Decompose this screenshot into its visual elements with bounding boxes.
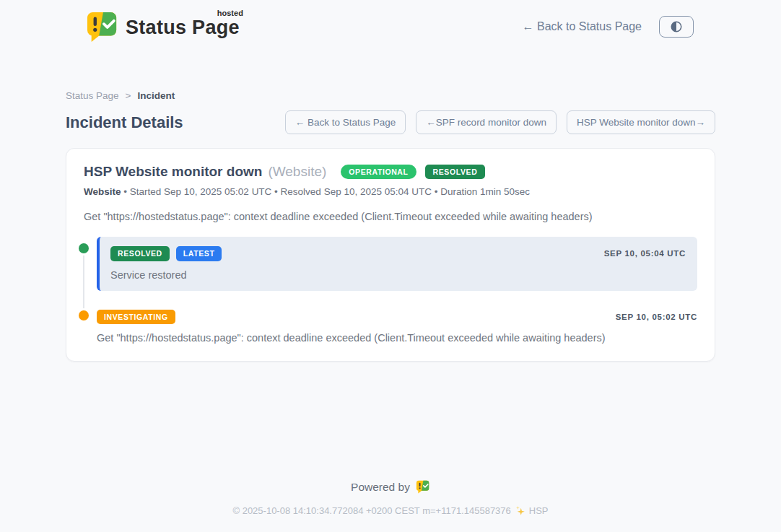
timeline-dot-investigating [79, 310, 89, 320]
incident-card: HSP Website monitor down (Website) OPERA… [66, 148, 715, 362]
timeline-entry-box: RESOLVED LATEST SEP 10, 05:04 UTC Servic… [97, 237, 697, 291]
timeline-entry-head: RESOLVED LATEST SEP 10, 05:04 UTC [110, 246, 686, 261]
incident-component: (Website) [268, 164, 326, 180]
logo-text: Status Page [126, 17, 240, 38]
powered-by-text: Powered by [351, 481, 410, 494]
timeline-message: Get "https://hostedstatus.page": context… [97, 332, 697, 344]
title-row: Incident Details ← Back to Status Page ←… [66, 110, 715, 134]
theme-toggle-button[interactable] [659, 16, 694, 38]
incident-description: Get "https://hostedstatus.page": context… [84, 211, 697, 222]
header-actions: ← Back to Status Page [523, 16, 694, 38]
brand-text: HSP [529, 505, 549, 516]
breadcrumb-separator: > [126, 90, 131, 101]
back-to-status-page-button[interactable]: ← Back to Status Page [285, 110, 406, 134]
status-page-logo-icon [86, 11, 119, 43]
copyright-text: © 2025-10-08 14:10:34.772084 +0200 CEST … [232, 505, 510, 516]
main-content: Status Page > Incident Incident Details … [66, 43, 715, 362]
incident-meta-details: • Started Sep 10, 2025 05:02 UTC • Resol… [121, 186, 531, 197]
resolved-badge: RESOLVED [110, 246, 170, 261]
breadcrumb-status-page[interactable]: Status Page [66, 90, 119, 101]
incident-nav-buttons: ← Back to Status Page ←SPF record monito… [285, 110, 715, 134]
next-incident-button[interactable]: HSP Website monitor down→ [567, 110, 715, 134]
timeline-entry-head: INVESTIGATING SEP 10, 05:02 UTC [97, 310, 697, 325]
breadcrumb-incident: Incident [137, 90, 175, 101]
site-footer: Powered by © 2025-10-08 14:10:34.772084 … [0, 480, 781, 532]
site-header: Status Page hosted ← Back to Status Page [0, 0, 781, 43]
incident-title: HSP Website monitor down (Website) [84, 164, 326, 180]
logo-superscript: hosted [217, 9, 243, 17]
logo[interactable]: Status Page hosted [86, 11, 240, 43]
latest-badge: LATEST [176, 246, 222, 261]
timeline-timestamp: SEP 10, 05:04 UTC [604, 249, 686, 258]
timeline-message: Service restored [110, 269, 686, 281]
logo-wordmark: Status Page hosted [126, 17, 240, 39]
operational-status-badge: OPERATIONAL [341, 165, 416, 180]
back-to-status-page-link[interactable]: ← Back to Status Page [523, 20, 642, 33]
investigating-badge: INVESTIGATING [97, 310, 175, 325]
timeline-dot-resolved [79, 243, 89, 253]
incident-meta: Website • Started Sep 10, 2025 05:02 UTC… [84, 186, 697, 197]
incident-timeline: RESOLVED LATEST SEP 10, 05:04 UTC Servic… [84, 237, 697, 344]
contrast-icon [670, 20, 683, 33]
timeline-entry-resolved: RESOLVED LATEST SEP 10, 05:04 UTC Servic… [84, 237, 697, 291]
breadcrumb: Status Page > Incident [66, 90, 715, 101]
timeline-timestamp: SEP 10, 05:02 UTC [616, 313, 697, 321]
copyright: © 2025-10-08 14:10:34.772084 +0200 CEST … [0, 505, 781, 516]
page-title: Incident Details [66, 113, 183, 132]
resolved-state-badge: RESOLVED [425, 165, 486, 180]
timeline-entry-investigating: INVESTIGATING SEP 10, 05:02 UTC Get "htt… [84, 310, 697, 344]
prev-incident-button[interactable]: ←SPF record monitor down [416, 110, 557, 134]
incident-card-header: HSP Website monitor down (Website) OPERA… [84, 164, 697, 180]
powered-by: Powered by [0, 480, 781, 494]
timeline-badges: RESOLVED LATEST [110, 246, 222, 261]
incident-meta-component: Website [84, 186, 121, 197]
mini-logo-icon [416, 480, 430, 494]
incident-title-text: HSP Website monitor down [84, 164, 262, 180]
timeline-badges: INVESTIGATING [97, 310, 175, 325]
sparkle-icon [515, 505, 525, 516]
